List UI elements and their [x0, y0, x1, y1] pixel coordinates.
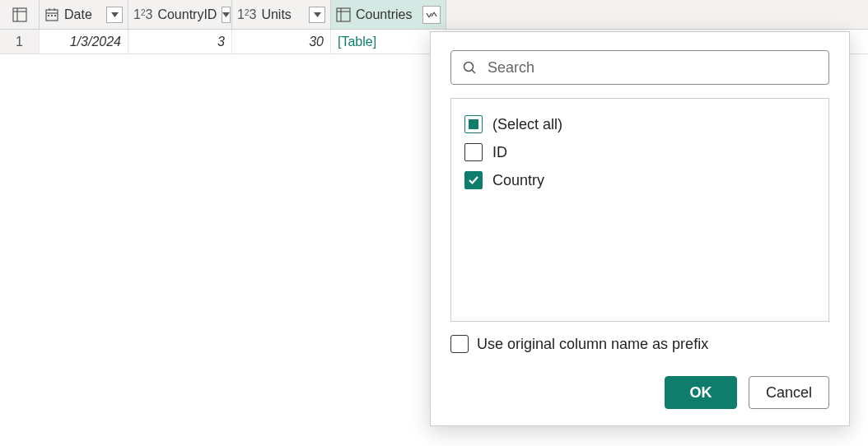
prefix-label: Use original column name as prefix: [477, 336, 708, 353]
svg-rect-0: [13, 8, 26, 21]
check-icon: [468, 174, 479, 186]
svg-point-16: [464, 63, 474, 72]
search-icon: [462, 60, 477, 75]
number-type-icon: 123: [133, 7, 152, 22]
checklist-item-country[interactable]: Country: [464, 166, 815, 194]
column-checklist: (Select all) ID Country: [450, 98, 829, 322]
prefix-option-row[interactable]: Use original column name as prefix: [450, 335, 829, 353]
cell-date[interactable]: 1/3/2024: [40, 30, 128, 53]
svg-rect-13: [337, 8, 350, 21]
dialog-button-row: OK Cancel: [450, 376, 829, 409]
expand-column-popup: (Select all) ID Country Use original col…: [430, 31, 850, 426]
search-input[interactable]: [450, 50, 829, 85]
column-label: Countries: [356, 7, 418, 22]
svg-rect-9: [54, 15, 56, 16]
svg-marker-10: [111, 12, 119, 17]
expand-icon: [425, 10, 438, 20]
svg-marker-11: [222, 12, 230, 17]
svg-marker-12: [314, 12, 321, 17]
checklist-label: Country: [492, 172, 544, 189]
filter-dropdown-button[interactable]: [106, 7, 123, 23]
row-index-header: [0, 0, 40, 29]
checklist-item-id[interactable]: ID: [464, 138, 815, 166]
cancel-button[interactable]: Cancel: [749, 376, 829, 409]
filter-dropdown-button[interactable]: [309, 7, 325, 23]
checklist-item-select-all[interactable]: (Select all): [464, 110, 815, 138]
column-header-date[interactable]: Date: [40, 0, 128, 29]
calendar-icon: [44, 7, 59, 22]
table-icon: [336, 7, 351, 22]
chevron-down-icon: [111, 12, 119, 17]
expand-column-button[interactable]: [422, 6, 441, 24]
svg-line-17: [472, 70, 475, 73]
cell-countries[interactable]: [Table]: [331, 30, 446, 53]
checkbox-indeterminate[interactable]: [464, 115, 483, 133]
column-label: Units: [261, 7, 304, 22]
filter-dropdown-button[interactable]: [222, 7, 231, 23]
checkbox-unchecked[interactable]: [464, 143, 483, 161]
search-field-wrap: [450, 50, 829, 85]
checklist-label: ID: [492, 144, 507, 161]
checkbox-unchecked[interactable]: [450, 335, 469, 353]
table-value-link[interactable]: [Table]: [338, 35, 376, 49]
ok-button[interactable]: OK: [665, 376, 737, 409]
table-icon: [12, 7, 27, 22]
checkbox-checked[interactable]: [464, 171, 483, 189]
cell-units[interactable]: 30: [232, 30, 331, 53]
number-type-icon: 123: [237, 7, 256, 22]
column-label: Date: [64, 7, 101, 22]
column-label: CountryID: [157, 7, 217, 22]
svg-rect-8: [51, 15, 53, 16]
table-header: Date 123 CountryID 123 Units Countries: [0, 0, 868, 30]
row-index-cell: 1: [0, 30, 40, 53]
chevron-down-icon: [314, 12, 321, 17]
svg-rect-7: [48, 15, 49, 16]
column-header-countryid[interactable]: 123 CountryID: [128, 0, 232, 29]
cell-countryid[interactable]: 3: [128, 30, 232, 53]
column-header-units[interactable]: 123 Units: [232, 0, 331, 29]
chevron-down-icon: [222, 12, 230, 17]
column-header-countries[interactable]: Countries: [331, 0, 446, 29]
checklist-label: (Select all): [492, 116, 562, 133]
